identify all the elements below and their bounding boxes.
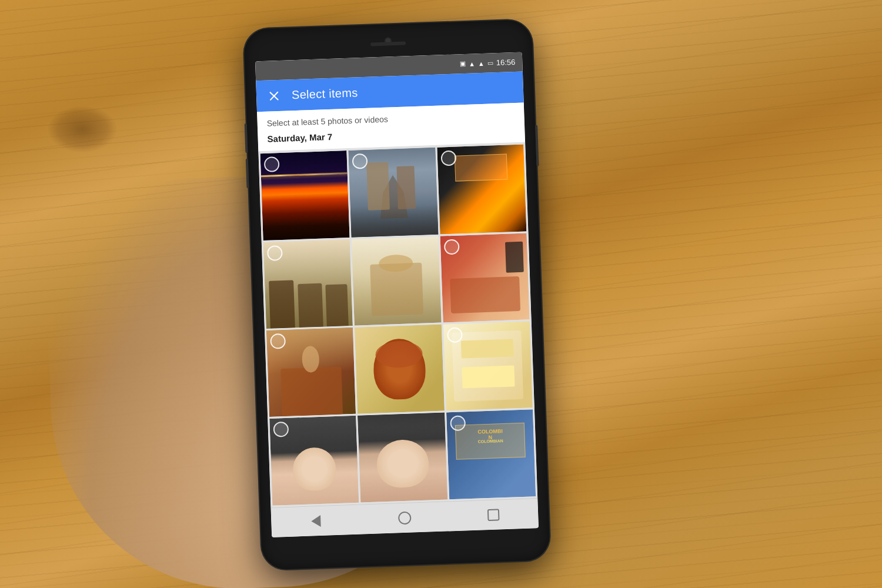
screen-content: ▣ ▲ ▲ ▭ 16:56 Select items Select at lea…	[255, 52, 539, 537]
chair-3	[326, 284, 349, 326]
battery-icon: ▭	[487, 59, 493, 66]
wood-knot	[47, 106, 118, 153]
phone-device: ▣ ▲ ▲ ▭ 16:56 Select items Select at lea…	[243, 19, 550, 570]
status-time: 16:56	[496, 58, 516, 67]
photo-cell-9[interactable]	[443, 321, 532, 410]
photo-cell-7[interactable]	[266, 328, 356, 417]
photo-cell-11[interactable]	[358, 413, 447, 502]
sign-6	[505, 242, 523, 273]
power-button[interactable]	[535, 125, 539, 166]
select-circle-6[interactable]	[443, 239, 459, 255]
hair-11	[358, 413, 445, 442]
photo-cell-8[interactable]	[355, 325, 444, 414]
speaker	[370, 41, 406, 46]
cheese-9	[461, 339, 513, 359]
vibrate-icon: ▣	[460, 60, 466, 68]
chair-2	[298, 283, 323, 328]
back-button[interactable]	[303, 509, 328, 533]
recent-icon	[487, 509, 500, 521]
section-date: Saturday, Mar 7	[267, 125, 515, 144]
photo-cell-4[interactable]	[263, 239, 353, 329]
photo-cell-3[interactable]	[437, 145, 526, 234]
app-bar-title: Select items	[292, 86, 358, 102]
table-7	[280, 367, 343, 417]
back-icon	[311, 515, 321, 527]
home-button[interactable]	[393, 506, 417, 530]
volume-down-button[interactable]	[246, 159, 249, 188]
select-circle-9[interactable]	[447, 327, 463, 343]
photo-cell-10[interactable]	[269, 416, 359, 505]
photo-2-building2	[397, 166, 416, 210]
photo-cell-5[interactable]	[352, 236, 441, 325]
photo-grid: COLOMBIAN	[258, 143, 537, 507]
photo-cell-6[interactable]	[440, 233, 529, 322]
wifi-icon: ▲	[469, 60, 475, 67]
photo-3-sign	[455, 154, 507, 182]
photo-2-overlay	[350, 204, 438, 238]
table-6	[450, 276, 521, 313]
close-button[interactable]	[266, 87, 283, 104]
signal-icon: ▲	[478, 59, 485, 66]
selection-hint: Select at least 5 photos or videos	[266, 110, 514, 128]
photo-cell-12[interactable]: COLOMBIAN	[446, 409, 536, 499]
status-icons: ▣ ▲ ▲ ▭ 16:56	[460, 58, 516, 68]
recent-button[interactable]	[482, 503, 506, 527]
select-circle-4[interactable]	[267, 245, 283, 261]
sign-text-12: COLOMBIAN	[455, 423, 526, 460]
cheese-9b	[462, 365, 514, 389]
phone-in-hand: ▣ ▲ ▲ ▭ 16:56 Select items Select at lea…	[155, 9, 680, 579]
volume-up-button[interactable]	[245, 123, 248, 153]
face-11	[376, 439, 429, 489]
home-icon	[398, 511, 412, 524]
photo-cell-1[interactable]	[260, 151, 350, 240]
chair-1	[269, 280, 295, 328]
phone-screen: ▣ ▲ ▲ ▭ 16:56 Select items Select at lea…	[255, 52, 539, 537]
photo-2-building	[366, 162, 390, 211]
photo-cell-2[interactable]	[349, 148, 438, 237]
